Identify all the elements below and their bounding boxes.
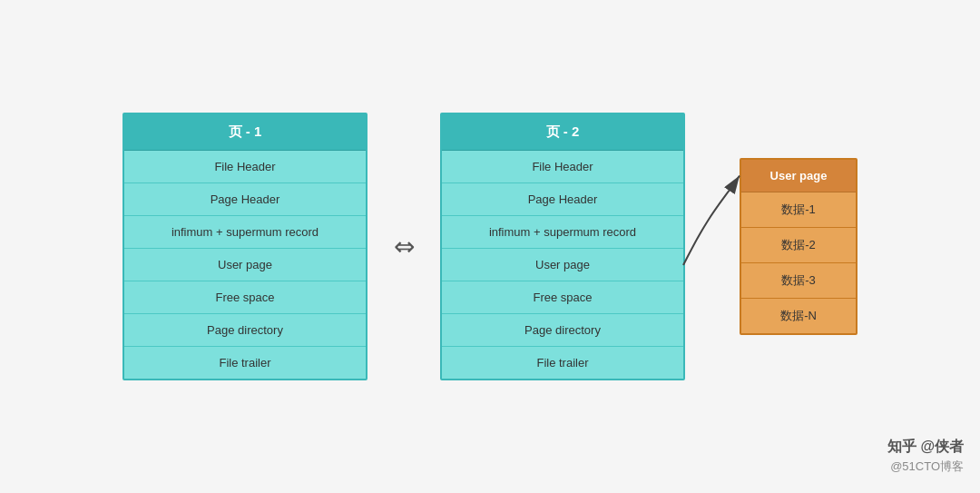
page1-row-6: File trailer bbox=[124, 347, 366, 379]
page2-row-5: Page directory bbox=[442, 314, 683, 347]
user-page-title: User page bbox=[741, 160, 856, 192]
page1-row-0: File Header bbox=[124, 151, 366, 183]
bidirectional-arrow: ⇔ bbox=[368, 232, 440, 261]
watermark-line2: @51CTO博客 bbox=[887, 458, 964, 477]
main-container: 页 - 1 File Header Page Header infimum + … bbox=[0, 0, 980, 493]
page1-row-3: User page bbox=[124, 249, 366, 281]
page2-row-4: Free space bbox=[442, 281, 683, 314]
page2-row-6: File trailer bbox=[442, 347, 683, 379]
watermark-line1: 知乎 @侠者 bbox=[887, 435, 964, 458]
user-page-row-0: 数据-1 bbox=[741, 192, 856, 228]
user-page-row-3: 数据-N bbox=[741, 299, 856, 333]
page1-row-2: infimum + supermum record bbox=[124, 216, 366, 249]
page2-row-3: User page bbox=[442, 249, 683, 281]
page1-row-4: Free space bbox=[124, 281, 366, 314]
diagram-area: 页 - 1 File Header Page Header infimum + … bbox=[122, 113, 858, 380]
page2-row-0: File Header bbox=[442, 151, 683, 183]
watermark: 知乎 @侠者 @51CTO博客 bbox=[887, 435, 964, 477]
user-page-row-1: 数据-2 bbox=[741, 228, 856, 263]
user-page-row-2: 数据-3 bbox=[741, 263, 856, 299]
page2-row-1: Page Header bbox=[442, 183, 683, 216]
page2-title: 页 - 2 bbox=[442, 114, 683, 151]
page1-box: 页 - 1 File Header Page Header infimum + … bbox=[122, 113, 368, 380]
page1-row-1: Page Header bbox=[124, 183, 366, 216]
page1-row-5: Page directory bbox=[124, 314, 366, 347]
page2-box: 页 - 2 File Header Page Header infimum + … bbox=[440, 113, 685, 380]
page2-row-2: infimum + supermum record bbox=[442, 216, 683, 249]
user-page-box: User page 数据-1 数据-2 数据-3 数据-N bbox=[740, 158, 858, 335]
page1-title: 页 - 1 bbox=[124, 114, 366, 151]
